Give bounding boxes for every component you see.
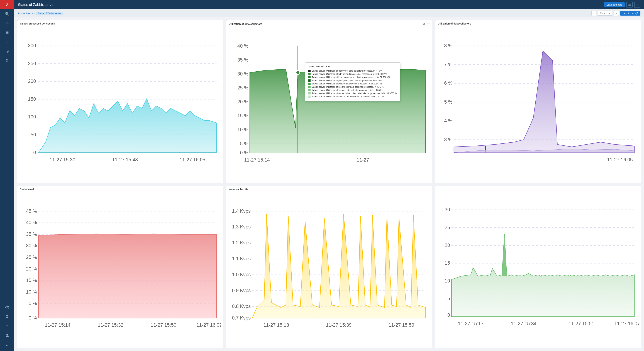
widget-utilization-collectors-2: Utilization of data collectors — [435, 20, 641, 183]
sidebar-item-help[interactable]: ? — [0, 321, 14, 330]
tooltip-row: Zabbix server: Utilization of discoverer… — [308, 70, 397, 72]
svg-text:10 %: 10 % — [26, 289, 37, 295]
time-prev-button[interactable]: ‹ — [592, 11, 596, 16]
widget-utilization-collectors-1: Utilization of data collectors ⚙ ••• — [226, 20, 432, 183]
widget-header — [435, 186, 641, 189]
svg-text:25: 25 — [445, 225, 450, 230]
svg-point-6 — [6, 334, 8, 336]
time-navigation: ‹ Zoom out › Last 1 hour — [592, 11, 640, 16]
svg-marker-22 — [38, 99, 216, 152]
svg-text:5 %: 5 % — [444, 99, 452, 105]
sidebar-item-zabbix[interactable]: Z — [0, 312, 14, 321]
svg-text:30: 30 — [445, 207, 450, 212]
svg-text:5: 5 — [448, 296, 450, 301]
sidebar-item-power[interactable] — [0, 340, 14, 349]
svg-text:1.3 Kvps: 1.3 Kvps — [232, 224, 251, 230]
svg-text:150: 150 — [28, 96, 36, 102]
tooltip-color — [308, 80, 310, 82]
last-hour-label: Last 1 hour — [623, 12, 634, 15]
widget-actions: ⚙ ••• — [422, 22, 430, 26]
sidebar-item-user[interactable] — [0, 330, 14, 340]
widget-body: 45 % 40 % 35 % 30 % 25 % 20 % 15 % 10 % … — [17, 192, 223, 348]
sidebar-item-search[interactable]: 🔍 — [0, 9, 14, 18]
tooltip-label: Zabbix server: Utilization of vmware dat… — [312, 95, 384, 98]
sidebar-item-config[interactable] — [0, 46, 14, 56]
sidebar-item-support[interactable] — [0, 303, 14, 312]
app-logo: Z — [0, 0, 14, 9]
more-icon[interactable]: ••• — [426, 22, 430, 26]
settings-icon[interactable]: ⚙ — [422, 22, 425, 26]
zoom-out-button[interactable]: Zoom out — [598, 11, 612, 16]
svg-text:35 %: 35 % — [238, 57, 248, 62]
svg-text:5 %: 5 % — [240, 141, 248, 146]
svg-text:6 %: 6 % — [444, 80, 452, 86]
chart-svg: 1.4 Kvps 1.3 Kvps 1.2 Kvps 1.1 Kvps 1.0 … — [228, 192, 430, 346]
svg-text:11-27 16:07: 11-27 16:07 — [196, 322, 221, 328]
widget-value-cache-hits: Value cache hits — [226, 186, 432, 348]
svg-text:40 %: 40 % — [238, 43, 248, 49]
tooltip-row: Zabbix server: Utilization of unreachabl… — [308, 92, 397, 95]
breadcrumb-all-dashboards[interactable]: All dashboards — [18, 12, 33, 15]
widget-header: Value cache hits — [226, 186, 432, 192]
edit-dashboard-button[interactable]: Edit dashboard — [604, 2, 625, 7]
tooltip-label: Zabbix server: Utilization of poller dat… — [312, 82, 382, 85]
svg-text:5 %: 5 % — [28, 301, 37, 306]
svg-text:50: 50 — [30, 132, 36, 138]
svg-text:25 %: 25 % — [238, 85, 248, 90]
fullscreen-button[interactable]: ⤢ — [634, 2, 640, 8]
svg-text:0: 0 — [33, 150, 36, 155]
svg-text:15 %: 15 % — [238, 113, 248, 118]
chart-svg: 300 250 200 150 100 50 0 — [19, 26, 221, 181]
svg-text:11-27 15:14: 11-27 15:14 — [45, 322, 70, 328]
sidebar-item-list[interactable]: ☰ — [0, 28, 14, 37]
tooltip-color — [308, 83, 310, 85]
breadcrumb-current-page: Status of Zabbix server — [36, 12, 63, 15]
svg-text:200: 200 — [28, 78, 36, 84]
tooltip-row: Zabbix server: Utilization of java polle… — [308, 79, 397, 82]
svg-marker-126 — [452, 234, 634, 317]
svg-text:8 %: 8 % — [444, 43, 452, 48]
widget-header: Cache used — [17, 186, 223, 192]
time-next-button[interactable]: › — [614, 11, 619, 16]
breadcrumb-bar: All dashboards / Status of Zabbix server… — [14, 9, 644, 17]
svg-text:11-27 15:39: 11-27 15:39 — [326, 322, 352, 328]
widget-cache-used: Cache used — [17, 186, 223, 348]
svg-text:3 %: 3 % — [444, 137, 452, 142]
svg-rect-2 — [6, 42, 8, 43]
widget-body: 300 250 200 150 100 50 0 — [17, 26, 223, 183]
svg-text:15: 15 — [445, 260, 450, 266]
svg-text:0.7 Kvps: 0.7 Kvps — [232, 315, 251, 320]
svg-text:11-27 16:07: 11-27 16:07 — [614, 321, 639, 326]
chart-svg: 30 25 20 15 10 5 0 11-27 15:17 11-27 15:… — [437, 189, 639, 346]
sidebar-item-reports[interactable] — [0, 37, 14, 46]
topbar-actions: Edit dashboard ☰ ⤢ — [604, 2, 640, 8]
widget-body: 30 25 20 15 10 5 0 11-27 15:17 11-27 15:… — [435, 189, 641, 348]
svg-text:11-27 15:34: 11-27 15:34 — [511, 321, 537, 326]
tooltip-color — [308, 92, 310, 94]
svg-text:11-27 15:59: 11-27 15:59 — [388, 322, 414, 328]
svg-text:0 %: 0 % — [28, 315, 37, 320]
sidebar-item-admin[interactable]: ⚙ — [0, 56, 14, 65]
tooltip-color — [308, 89, 310, 91]
svg-text:11-27 15:18: 11-27 15:18 — [263, 322, 289, 328]
tooltip-color — [308, 96, 310, 98]
svg-text:0 %: 0 % — [240, 150, 248, 156]
last-hour-button[interactable]: Last 1 hour — [620, 11, 640, 16]
svg-marker-127 — [502, 234, 507, 276]
main-content: Status of Zabbix server Edit dashboard ☰… — [14, 0, 644, 351]
widget-body: 40 % 35 % 30 % 25 % 20 % 15 % 10 % 5 % 0… — [226, 27, 432, 183]
menu-button[interactable]: ☰ — [626, 2, 632, 8]
svg-marker-87 — [38, 234, 216, 318]
svg-text:1.0 Kvps: 1.0 Kvps — [232, 272, 251, 277]
svg-marker-108 — [252, 214, 426, 318]
tooltip-row: Zabbix server: Utilization of vmware dat… — [308, 95, 397, 98]
svg-text:25 %: 25 % — [26, 254, 37, 260]
sidebar-item-monitoring[interactable]: 👁 — [0, 18, 14, 28]
tooltip-label: Zabbix server: Utilization of discoverer… — [312, 70, 382, 72]
tooltip-color — [308, 70, 310, 72]
tooltip-label: Zabbix server: Utilization of unreachabl… — [312, 92, 397, 95]
svg-text:0.9 Kvps: 0.9 Kvps — [232, 288, 251, 293]
svg-text:100: 100 — [28, 114, 36, 120]
widget-values-per-second: Values processed per second 300 250 200 — [17, 20, 223, 183]
svg-point-47 — [296, 71, 300, 74]
